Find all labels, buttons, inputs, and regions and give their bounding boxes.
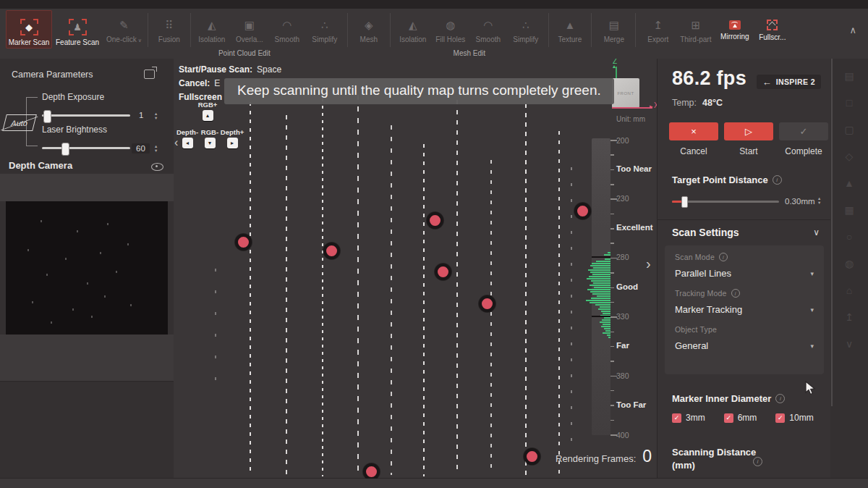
side-tool-icon-4[interactable]: ◇: [841, 148, 858, 165]
toolbar-button-mirroring[interactable]: Mirroring: [716, 10, 754, 49]
quality-scale-tick: [610, 272, 614, 274]
key-hint-label: Depth+: [221, 128, 244, 136]
quality-histogram-bar: [601, 326, 610, 327]
slider-handle-laser-brightness[interactable]: [61, 143, 69, 156]
point-speck: [130, 304, 132, 306]
side-tool-icon-8[interactable]: ◍: [841, 255, 858, 272]
toolbar-button-simplify[interactable]: ∴Simplify: [306, 10, 344, 49]
toolbar-button-merge[interactable]: ▤Merge: [595, 10, 633, 49]
toolbar-button-overla[interactable]: ▣Overla...: [231, 10, 268, 49]
quality-histogram-bar: [593, 282, 610, 284]
side-tool-icon-2[interactable]: □: [841, 94, 858, 112]
slider-track-depth-exposure[interactable]: [42, 114, 130, 117]
info-icon[interactable]: i: [753, 457, 762, 466]
toolbar-button-label: Isolation: [198, 35, 225, 43]
slider-stepper-depth-exposure[interactable]: ▴▾: [155, 112, 157, 119]
quality-scale-tick: [610, 243, 614, 244]
toolbar-button-texture[interactable]: ▲Texture: [551, 10, 589, 49]
rgb-plus-key-hint: RGB+ ▴: [197, 101, 218, 121]
stepper-down-icon[interactable]: ▾: [155, 116, 157, 120]
checkbox-checked-icon[interactable]: ✓: [672, 413, 681, 423]
side-tool-icon-6[interactable]: ▦: [841, 201, 858, 219]
toolbar-button-mesh[interactable]: ◈Mesh: [350, 10, 388, 49]
toolbar-group-label: Point Cloud Edit: [145, 49, 344, 59]
scan-settings-collapse-chevron[interactable]: ∨: [813, 227, 820, 237]
toolbar-button-simplify[interactable]: ∴Simplify: [507, 10, 545, 49]
point-speck: [87, 282, 88, 285]
scan-viewport[interactable]: Start/Pause Scan:SpaceCancel:EFullscreen…: [174, 59, 657, 479]
toolbar-button-smooth[interactable]: ◠Smooth: [268, 10, 306, 49]
toolbar-button-isolation[interactable]: ◭Isolation: [193, 10, 231, 49]
visibility-eye-icon[interactable]: [151, 163, 163, 171]
device-back-button[interactable]: ← INSPIRE 2: [757, 75, 821, 89]
toolbar-button-fullscr[interactable]: Fullscr...: [754, 10, 791, 49]
quality-histogram-bar: [608, 252, 610, 253]
toolbar-button-smooth[interactable]: ◠Smooth: [469, 10, 507, 49]
setting-dropdown-scan-mode[interactable]: Parallel Lines▾: [675, 266, 814, 281]
point-speck: [104, 295, 106, 298]
target-point-distance-slider-track[interactable]: [672, 201, 779, 203]
side-tool-icon-3[interactable]: ▢: [841, 121, 858, 138]
toolbar-button-one-click[interactable]: ✎One-click∨: [104, 10, 144, 49]
stepper-down-icon[interactable]: ▾: [155, 148, 157, 153]
cancel-button[interactable]: ×: [669, 122, 718, 140]
checkbox-option-3mm[interactable]: ✓3mm: [672, 413, 705, 423]
slider-track-laser-brightness[interactable]: [42, 147, 130, 149]
info-icon[interactable]: i: [775, 394, 785, 403]
toolbar-sections: ◆Marker Scan♟Feature Scan ✎One-click∨ ⠿F…: [6, 10, 791, 59]
side-tool-icon-9[interactable]: ⌂: [841, 282, 858, 299]
toolbar-button-label: Third-part: [680, 35, 711, 43]
toolbar-row: ◆Marker Scan♟Feature Scan: [6, 10, 103, 49]
toolbar-tile-feature-scan[interactable]: ♟Feature Scan: [54, 10, 101, 49]
scan-settings-title: Scan Settings: [672, 227, 739, 238]
toolbar-button-third-part[interactable]: ⊞Third-part: [677, 10, 715, 49]
checkbox-option-6mm[interactable]: ✓6mm: [724, 413, 757, 423]
side-tool-icon-10[interactable]: ↥: [841, 308, 858, 326]
complete-button[interactable]: ✓: [779, 122, 828, 140]
info-icon[interactable]: i: [731, 289, 740, 298]
setting-dropdown-tracking-mode[interactable]: Marker Tracking▾: [675, 302, 814, 317]
auto-disabled-badge[interactable]: Auto: [2, 114, 37, 131]
toolbar-group-label: [546, 49, 594, 59]
checkbox-checked-icon[interactable]: ✓: [775, 413, 785, 423]
target-point-distance-stepper[interactable]: ▴ ▾: [818, 196, 820, 204]
target-point-distance-slider-handle[interactable]: [681, 196, 688, 208]
checkbox-checked-icon[interactable]: ✓: [724, 413, 733, 423]
fps-readout: 86.2 fps: [672, 67, 746, 90]
point-speck: [51, 321, 52, 324]
depth-camera-feed: [6, 201, 168, 335]
side-tool-icon-1[interactable]: ▤: [841, 67, 858, 85]
side-tool-icon-7[interactable]: ○: [841, 228, 858, 245]
toolbar-tile-marker-scan[interactable]: ◆Marker Scan: [6, 10, 52, 49]
info-icon[interactable]: i: [719, 253, 728, 261]
quality-scale-tick: [610, 420, 614, 421]
popout-window-icon[interactable]: [144, 70, 155, 79]
toolbar-button-isolation[interactable]: ◭Isolation: [394, 10, 432, 49]
slider-handle-depth-exposure[interactable]: [43, 110, 51, 123]
quality-scale-tick: [610, 390, 614, 392]
slider-stepper-laser-brightness[interactable]: ▴▾: [155, 144, 157, 152]
laser-scan-line: [215, 269, 216, 399]
toolbar-section: MirroringFullscr...: [716, 10, 791, 59]
toolbar-tile-label: Marker Scan: [9, 38, 50, 46]
target-point-distance-text: Target Point Distance: [672, 174, 768, 185]
left-panel-collapse-chevron[interactable]: ‹: [174, 136, 178, 149]
gizmo-front-face[interactable]: FRONT: [612, 78, 639, 108]
side-tool-icon-5[interactable]: ▲: [841, 174, 858, 192]
start-button[interactable]: ▷: [724, 122, 773, 140]
stepper-down-icon[interactable]: ▾: [818, 201, 820, 205]
setting-dropdown-object-type[interactable]: General▾: [675, 338, 814, 353]
simplify-icon: ∴: [321, 17, 328, 33]
toolbar-collapse-button[interactable]: ∧: [849, 25, 861, 46]
toolbar-button-export[interactable]: ↥Export: [639, 10, 677, 49]
toolbar-button-label: Mesh: [360, 35, 378, 43]
side-tool-icon-11[interactable]: ∨: [841, 335, 858, 353]
toolbar-button-fusion[interactable]: ⠿Fusion: [150, 10, 188, 49]
quality-panel-expand-chevron[interactable]: ›: [646, 256, 651, 272]
info-icon[interactable]: i: [773, 175, 782, 185]
toolbar-section: ◆Marker Scan♟Feature Scan: [6, 10, 103, 59]
toolbar-button-fill-holes[interactable]: ◍Fill Holes: [432, 10, 469, 49]
quality-histogram-bar: [586, 300, 610, 301]
icon-glyph: ♟: [73, 22, 82, 32]
checkbox-option-10mm[interactable]: ✓10mm: [775, 413, 813, 423]
